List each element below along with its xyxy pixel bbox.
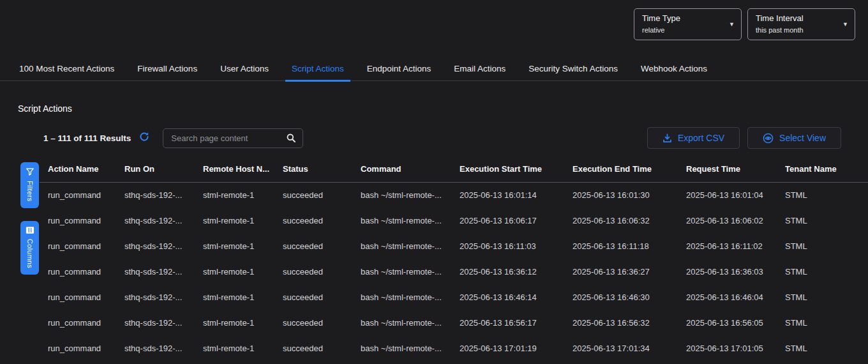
- tab-email-actions[interactable]: Email Actions: [447, 56, 512, 82]
- time-interval-dropdown[interactable]: Time Interval this past month ▼: [747, 8, 855, 40]
- results-count: 1 – 111 of 111 Results: [43, 133, 131, 143]
- side-controls: Filters Columns: [0, 156, 40, 361]
- column-header-execution-start-time[interactable]: Execution Start Time: [460, 156, 572, 182]
- filter-icon: [26, 167, 34, 176]
- top-bar: Time Type relative ▼ Time Interval this …: [0, 0, 868, 56]
- page-title: Script Actions: [18, 103, 868, 114]
- table-row[interactable]: run_commandsthq-sds-192-...stml-remote-1…: [40, 284, 868, 310]
- columns-button[interactable]: Columns: [20, 221, 39, 275]
- table-cell: stml-remote-1: [203, 310, 283, 335]
- time-type-dropdown[interactable]: Time Type relative ▼: [634, 8, 742, 40]
- table-cell: 2025-06-13 16:06:02: [686, 208, 785, 233]
- time-interval-value: this past month: [756, 26, 837, 34]
- filters-button[interactable]: Filters: [20, 162, 39, 208]
- tab-user-actions[interactable]: User Actions: [214, 56, 275, 82]
- refresh-icon: [139, 132, 149, 144]
- tab-100-most-recent-actions[interactable]: 100 Most Recent Actions: [13, 56, 121, 82]
- search-input[interactable]: [170, 133, 286, 144]
- table-cell: 2025-06-13 16:36:03: [686, 259, 785, 284]
- table-cell: 2025-06-13 16:56:32: [572, 310, 686, 335]
- search-icon[interactable]: [286, 133, 296, 143]
- filters-label: Filters: [26, 181, 34, 202]
- table-cell: run_command: [40, 208, 124, 233]
- time-type-label: Time Type: [642, 13, 723, 23]
- tab-webhook-actions[interactable]: Webhook Actions: [634, 56, 714, 82]
- table-cell: sthq-sds-192-...: [124, 182, 203, 208]
- table-cell: STML: [785, 182, 868, 208]
- table-cell: succeeded: [283, 284, 361, 310]
- table-cell: 2025-06-13 17:01:05: [686, 335, 785, 361]
- table-row[interactable]: run_commandsthq-sds-192-...stml-remote-1…: [40, 335, 868, 361]
- table-cell: 2025-06-13 16:01:14: [460, 182, 572, 208]
- table-cell: 2025-06-13 16:46:14: [460, 284, 572, 310]
- table-cell: 2025-06-13 16:06:32: [572, 208, 686, 233]
- column-header-command[interactable]: Command: [361, 156, 460, 182]
- table-cell: succeeded: [283, 182, 361, 208]
- table-cell: succeeded: [283, 310, 361, 335]
- column-header-tenant-name[interactable]: Tenant Name: [785, 156, 868, 182]
- time-type-value: relative: [642, 26, 723, 34]
- export-csv-label: Export CSV: [678, 133, 724, 143]
- table-row[interactable]: run_commandsthq-sds-192-...stml-remote-1…: [40, 233, 868, 259]
- table-cell: succeeded: [283, 233, 361, 259]
- refresh-button[interactable]: [139, 132, 149, 144]
- table-cell: bash ~/stml-remote-...: [361, 284, 460, 310]
- column-header-action-name[interactable]: Action Name: [40, 156, 124, 182]
- table-cell: 2025-06-13 17:01:34: [572, 335, 686, 361]
- table-row[interactable]: run_commandsthq-sds-192-...stml-remote-1…: [40, 208, 868, 233]
- tab-firewall-actions[interactable]: Firewall Actions: [131, 56, 204, 82]
- select-view-button[interactable]: Select View: [747, 127, 841, 149]
- tab-endpoint-actions[interactable]: Endpoint Actions: [361, 56, 438, 82]
- table-cell: 2025-06-13 16:36:27: [572, 259, 686, 284]
- toolbar: 1 – 111 of 111 Results Export CSV: [43, 127, 841, 149]
- table-cell: bash ~/stml-remote-...: [361, 310, 460, 335]
- table-cell: bash ~/stml-remote-...: [361, 182, 460, 208]
- tab-script-actions[interactable]: Script Actions: [285, 56, 350, 82]
- table-cell: stml-remote-1: [203, 233, 283, 259]
- table-cell: 2025-06-13 16:01:30: [572, 182, 686, 208]
- table-cell: bash ~/stml-remote-...: [361, 208, 460, 233]
- table-cell: sthq-sds-192-...: [124, 208, 203, 233]
- column-header-status[interactable]: Status: [283, 156, 361, 182]
- actions-table: Action NameRun OnRemote Host N...StatusC…: [40, 156, 868, 361]
- tab-bar: 100 Most Recent ActionsFirewall ActionsU…: [0, 56, 868, 81]
- table-cell: 2025-06-13 17:01:19: [460, 335, 572, 361]
- table-cell: run_command: [40, 335, 124, 361]
- tab-security-switch-actions[interactable]: Security Switch Actions: [522, 56, 624, 82]
- table-cell: bash ~/stml-remote-...: [361, 335, 460, 361]
- columns-icon: [26, 226, 34, 234]
- table-cell: sthq-sds-192-...: [124, 310, 203, 335]
- table-cell: STML: [785, 233, 868, 259]
- table-cell: run_command: [40, 259, 124, 284]
- table-cell: 2025-06-13 16:46:04: [686, 284, 785, 310]
- table-cell: 2025-06-13 16:01:04: [686, 182, 785, 208]
- table-cell: stml-remote-1: [203, 208, 283, 233]
- table-cell: sthq-sds-192-...: [124, 259, 203, 284]
- column-header-remote-host-n[interactable]: Remote Host N...: [203, 156, 283, 182]
- table-row[interactable]: run_commandsthq-sds-192-...stml-remote-1…: [40, 310, 868, 335]
- table-cell: run_command: [40, 284, 124, 310]
- table-cell: 2025-06-13 16:56:17: [460, 310, 572, 335]
- column-header-execution-end-time[interactable]: Execution End Time: [572, 156, 686, 182]
- table-cell: STML: [785, 208, 868, 233]
- export-csv-button[interactable]: Export CSV: [647, 127, 740, 149]
- table-cell: succeeded: [283, 259, 361, 284]
- table-cell: stml-remote-1: [203, 182, 283, 208]
- table-cell: 2025-06-13 16:46:30: [572, 284, 686, 310]
- time-controls: Time Type relative ▼ Time Interval this …: [634, 8, 855, 40]
- table-cell: 2025-06-13 16:11:18: [572, 233, 686, 259]
- table-cell: run_command: [40, 233, 124, 259]
- table-cell: succeeded: [283, 208, 361, 233]
- select-view-label: Select View: [779, 133, 826, 143]
- table-cell: 2025-06-13 16:06:17: [460, 208, 572, 233]
- table-row[interactable]: run_commandsthq-sds-192-...stml-remote-1…: [40, 259, 868, 284]
- table-cell: stml-remote-1: [203, 259, 283, 284]
- table-cell: 2025-06-13 16:11:02: [686, 233, 785, 259]
- eye-icon: [763, 133, 774, 144]
- table-cell: run_command: [40, 182, 124, 208]
- column-header-request-time[interactable]: Request Time: [686, 156, 785, 182]
- time-interval-label: Time Interval: [756, 13, 837, 23]
- column-header-run-on[interactable]: Run On: [124, 156, 203, 182]
- table-row[interactable]: run_commandsthq-sds-192-...stml-remote-1…: [40, 182, 868, 208]
- table-cell: sthq-sds-192-...: [124, 284, 203, 310]
